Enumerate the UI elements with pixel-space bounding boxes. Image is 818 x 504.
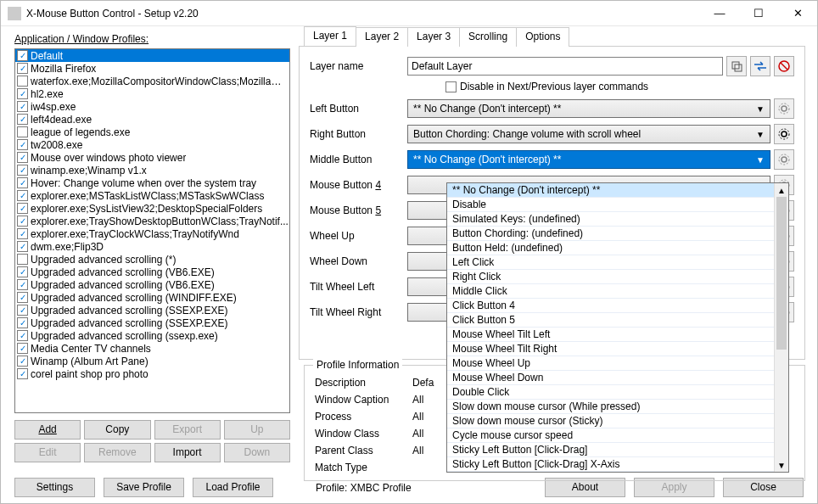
profile-item[interactable]: ✓Upgraded advanced scrolling (ssexp.exe) [15,329,289,342]
profile-checkbox[interactable]: ✓ [17,279,28,290]
profile-item[interactable]: ✓hl2.exe [15,87,289,100]
edit-button[interactable]: Edit [14,443,81,462]
dropdown-item[interactable]: Mouse Wheel Up [447,356,774,371]
profile-item[interactable]: ✓tw2008.exe [15,138,289,151]
swap-layer-icon[interactable] [750,56,770,76]
save-profile-button[interactable]: Save Profile [104,478,184,497]
profile-checkbox[interactable]: ✓ [17,228,28,239]
tab-layer-2[interactable]: Layer 2 [356,27,408,47]
tab-layer-3[interactable]: Layer 3 [407,27,460,47]
profile-checkbox[interactable]: ✓ [17,63,28,74]
profile-item[interactable]: ✓explorer.exe;MSTaskListWClass;MSTaskSwW… [15,189,289,202]
layer-name-input[interactable] [407,57,723,76]
dropdown-item[interactable]: Cycle mouse cursor speed [447,428,774,443]
remove-button[interactable]: Remove [84,443,150,462]
tab-scrolling[interactable]: Scrolling [459,27,517,47]
load-profile-button[interactable]: Load Profile [193,478,273,497]
gear-icon[interactable] [774,98,794,119]
disable-layer-checkbox[interactable] [445,81,457,92]
profile-item[interactable]: ✓Mozilla Firefox [15,62,289,75]
dropdown-item[interactable]: Sticky Left Button [Click-Drag] X-Axis [447,457,774,472]
profile-checkbox[interactable]: ✓ [17,190,28,201]
export-button[interactable]: Export [154,420,221,440]
copy-button[interactable]: Copy [84,420,150,440]
dropdown-item[interactable]: Button Chording: (undefined) [447,227,774,241]
gear-icon[interactable] [774,124,794,144]
profile-checkbox[interactable] [17,126,28,137]
profile-item[interactable]: ✓Upgraded advanced scrolling (VB6.EXE) [15,266,289,278]
profile-checkbox[interactable]: ✓ [17,317,28,328]
dropdown-item[interactable]: Simulated Keys: (undefined) [447,212,774,227]
gear-icon[interactable] [774,149,794,170]
profile-checkbox[interactable]: ✓ [17,101,28,112]
copy-layer-icon[interactable] [726,56,747,76]
profile-checkbox[interactable]: ✓ [17,216,28,227]
dropdown-item[interactable]: ** No Change (Don't intercept) ** [447,183,774,198]
profile-item[interactable]: ✓Upgraded advanced scrolling (SSEXP.EXE) [15,304,289,316]
profile-item[interactable]: ✓Media Center TV channels [15,342,289,355]
profile-checkbox[interactable]: ✓ [17,165,28,176]
dropdown-scrollbar[interactable]: ▲ ▼ [775,183,788,472]
import-button[interactable]: Import [154,443,221,462]
dropdown-item[interactable]: Button Held: (undefined) [447,241,774,255]
profile-item[interactable]: ✓Default [15,49,289,62]
down-button[interactable]: Down [224,443,290,462]
scroll-down-icon[interactable]: ▼ [775,458,788,472]
profile-item[interactable]: waterfox.exe;MozillaCompositorWindowClas… [15,75,289,87]
profile-checkbox[interactable]: ✓ [17,114,28,125]
profile-item[interactable]: ✓Winamp (Album Art Pane) [15,355,289,367]
profile-checkbox[interactable]: ✓ [17,343,28,354]
tab-layer-1[interactable]: Layer 1 [304,26,356,46]
profile-checkbox[interactable] [17,76,28,87]
profile-item[interactable]: league of legends.exe [15,126,289,138]
profile-item[interactable]: ✓Hover: Change volume when over the syst… [15,176,289,189]
revert-layer-icon[interactable] [774,56,794,76]
dropdown-item[interactable]: Click Button 4 [447,299,774,313]
profile-checkbox[interactable]: ✓ [17,203,28,214]
action-combo[interactable]: ** No Change (Don't intercept) **▼ [407,99,770,118]
dropdown-item[interactable]: Left Click [447,255,774,270]
profile-item[interactable]: ✓dwm.exe;Flip3D [15,240,289,253]
profile-checkbox[interactable]: ✓ [17,368,28,379]
profile-checkbox[interactable]: ✓ [17,330,28,341]
dropdown-item[interactable]: Sticky Left Button [Click-Drag] [447,443,774,457]
profile-item[interactable]: ✓winamp.exe;Winamp v1.x [15,164,289,176]
profile-item[interactable]: ✓left4dead.exe [15,113,289,126]
dropdown-item[interactable]: Middle Click [447,284,774,299]
add-button[interactable]: Add [14,420,81,440]
dropdown-item[interactable]: Mouse Wheel Tilt Right [447,342,774,356]
profile-item[interactable]: Upgraded advanced scrolling (*) [15,253,289,266]
profile-item[interactable]: ✓explorer.exe;TrayClockWClass;TrayNotify… [15,227,289,240]
action-combo[interactable]: ** No Change (Don't intercept) **▼ [407,150,770,169]
up-button[interactable]: Up [224,420,290,440]
profile-checkbox[interactable]: ✓ [17,356,28,367]
profile-checkbox[interactable]: ✓ [17,292,28,303]
scroll-up-icon[interactable]: ▲ [775,183,788,197]
middle-button-dropdown[interactable]: ** No Change (Don't intercept) **Disable… [446,182,789,473]
settings-button[interactable]: Settings [14,478,95,497]
profile-checkbox[interactable] [17,254,28,265]
profile-checkbox[interactable]: ✓ [17,50,28,61]
dropdown-item[interactable]: Slow down mouse cursor (While pressed) [447,400,774,414]
close-window-button[interactable]: ✕ [778,1,817,25]
dropdown-item[interactable]: Disable [447,198,774,212]
profile-checkbox[interactable]: ✓ [17,241,28,252]
dropdown-item[interactable]: Click Button 5 [447,313,774,328]
profile-item[interactable]: ✓Upgraded advanced scrolling (SSEXP.EXE) [15,316,289,329]
profile-item[interactable]: ✓Upgraded advanced scrolling (VB6.EXE) [15,278,289,291]
dropdown-item[interactable]: Mouse Wheel Tilt Left [447,328,774,342]
maximize-button[interactable]: ☐ [739,1,778,25]
profile-item[interactable]: ✓explorer.exe;SysListView32;DesktopSpeci… [15,202,289,215]
profile-item[interactable]: ✓Mouse over windows photo viewer [15,151,289,164]
dropdown-item[interactable]: Mouse Wheel Down [447,371,774,385]
profile-checkbox[interactable]: ✓ [17,305,28,316]
profile-item[interactable]: ✓iw4sp.exe [15,100,289,113]
profile-checkbox[interactable]: ✓ [17,139,28,150]
profile-checkbox[interactable]: ✓ [17,266,28,277]
action-combo[interactable]: Button Chording: Change volume with scro… [407,125,770,143]
profile-checkbox[interactable]: ✓ [17,177,28,188]
dropdown-item[interactable]: Double Click [447,385,774,400]
profile-item[interactable]: ✓corel paint shop pro photo [15,367,289,380]
profile-item[interactable]: ✓Upgraded advanced scrolling (WINDIFF.EX… [15,291,289,304]
dropdown-item[interactable]: Slow down mouse cursor (Sticky) [447,414,774,428]
